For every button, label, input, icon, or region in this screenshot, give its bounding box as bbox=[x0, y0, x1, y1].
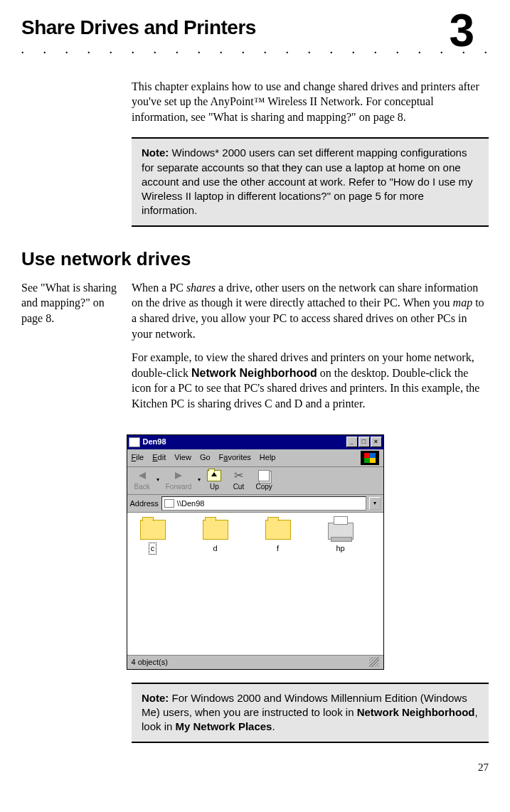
copy-button[interactable]: Copy bbox=[251, 469, 276, 493]
paragraph-2: For example, to view the shared drives a… bbox=[132, 350, 489, 411]
status-text: 4 object(s) bbox=[132, 657, 168, 668]
menubar: File Edit View Go Favorites Help bbox=[127, 449, 383, 467]
share-item-f[interactable]: f bbox=[258, 520, 298, 555]
screenshot-window: Den98 _ □ × File Edit View Go Favorites … bbox=[127, 434, 384, 670]
menu-view[interactable]: View bbox=[174, 452, 191, 463]
forward-button[interactable]: Forward bbox=[161, 469, 196, 493]
folder-icon bbox=[265, 520, 291, 540]
cut-button[interactable]: ✂ Cut bbox=[227, 469, 250, 493]
back-button[interactable]: Back bbox=[130, 469, 154, 493]
page-number: 27 bbox=[21, 760, 489, 774]
arrow-left-icon bbox=[135, 470, 149, 481]
bold-my-network-places: My Network Places bbox=[176, 720, 272, 732]
chapter-title: Share Drives and Printers bbox=[21, 16, 256, 38]
folder-contents: c d f hp bbox=[127, 513, 383, 655]
italic-shares: shares bbox=[186, 282, 216, 294]
minimize-button[interactable]: _ bbox=[346, 437, 358, 447]
close-button[interactable]: × bbox=[371, 437, 382, 447]
arrow-right-icon bbox=[171, 470, 186, 481]
address-bar: Address \\Den98 ▾ bbox=[127, 495, 383, 513]
folder-icon bbox=[203, 520, 228, 540]
menu-favorites[interactable]: Favorites bbox=[219, 452, 251, 463]
up-button[interactable]: Up bbox=[203, 469, 225, 493]
copy-icon bbox=[257, 470, 271, 481]
note-box-1: Note: Windows* 2000 users can set differ… bbox=[132, 137, 489, 226]
share-item-hp[interactable]: hp bbox=[321, 520, 361, 555]
status-bar: 4 object(s) bbox=[127, 655, 383, 669]
italic-map: map bbox=[453, 297, 473, 309]
chapter-header: Share Drives and Printers 3 . . . . . . … bbox=[21, 14, 489, 58]
note-box-2: Note: For Windows 2000 and Windows Mille… bbox=[132, 683, 489, 743]
window-title: Den98 bbox=[143, 437, 166, 447]
folder-up-icon bbox=[207, 470, 221, 481]
toolbar: Back ▾ Forward ▾ Up ✂ Cut Copy bbox=[127, 467, 383, 496]
address-label: Address bbox=[130, 498, 159, 509]
share-item-d[interactable]: d bbox=[196, 520, 235, 555]
chapter-number: 3 bbox=[449, 0, 474, 61]
dropdown-icon: ▾ bbox=[156, 476, 160, 484]
dotted-separator: . . . . . . . . . . . . . . . . . . . . … bbox=[21, 44, 489, 58]
menu-go[interactable]: Go bbox=[200, 452, 211, 463]
computer-icon bbox=[164, 499, 174, 508]
note-label: Note: bbox=[142, 146, 169, 159]
maximize-button[interactable]: □ bbox=[358, 437, 370, 447]
address-value: \\Den98 bbox=[177, 498, 205, 509]
share-item-c[interactable]: c bbox=[133, 520, 173, 555]
note-label: Note: bbox=[142, 692, 169, 704]
margin-note: See "What is sharing and mapping?" on pa… bbox=[21, 280, 119, 420]
printer-icon bbox=[328, 523, 354, 540]
titlebar: Den98 _ □ × bbox=[127, 435, 383, 449]
menu-help[interactable]: Help bbox=[260, 452, 276, 463]
bold-network-neighborhood: Network Neighborhood bbox=[191, 367, 317, 379]
note-text: Windows* 2000 users can set different ma… bbox=[142, 146, 473, 216]
resize-grip-icon[interactable] bbox=[369, 657, 379, 667]
intro-paragraph: This chapter explains how to use and cha… bbox=[132, 79, 489, 125]
address-field[interactable]: \\Den98 bbox=[161, 496, 366, 511]
bold-network-neighborhood: Network Neighborhood bbox=[357, 706, 475, 718]
window-icon bbox=[129, 437, 140, 447]
scissors-icon: ✂ bbox=[231, 470, 245, 481]
folder-icon bbox=[140, 520, 166, 540]
paragraph-1: When a PC shares a drive, other users on… bbox=[132, 280, 489, 341]
dropdown-icon: ▾ bbox=[197, 476, 201, 484]
address-dropdown-icon[interactable]: ▾ bbox=[369, 497, 381, 510]
menu-file[interactable]: File bbox=[132, 452, 144, 463]
section-heading: Use network drives bbox=[21, 247, 489, 272]
menu-edit[interactable]: Edit bbox=[152, 452, 166, 463]
windows-logo-icon bbox=[361, 451, 379, 465]
